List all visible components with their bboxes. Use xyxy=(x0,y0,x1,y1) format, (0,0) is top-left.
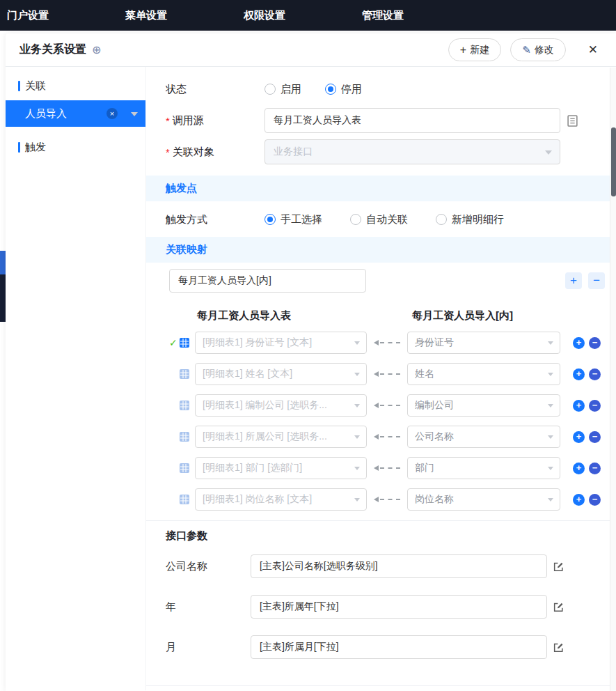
mapping-target-select[interactable]: 岗位名称 xyxy=(407,488,560,511)
tab-permission-settings[interactable]: 权限设置 xyxy=(244,9,285,22)
remove-row-button[interactable]: − xyxy=(589,431,601,443)
add-mapping-group-button[interactable]: + xyxy=(565,272,582,289)
section-title: 关联映射 xyxy=(166,243,207,256)
check-icon: ✓ xyxy=(169,337,180,348)
param-label: 月 xyxy=(166,641,251,654)
mapping-source-select[interactable]: [明细表1] 身份证号 [文本] xyxy=(195,332,367,354)
add-row-button[interactable]: + xyxy=(573,431,585,443)
radio-disable[interactable]: 停用 xyxy=(325,83,362,96)
modify-button-label: 修改 xyxy=(535,44,554,56)
mapping-source-select[interactable]: [明细表1] 编制公司 [选职务... xyxy=(195,394,367,417)
new-button[interactable]: + 新建 xyxy=(448,38,501,61)
remove-row-button[interactable]: − xyxy=(589,494,601,506)
mapping-target-value: 岗位名称 xyxy=(415,493,454,506)
mapping-row: [明细表1] 部门 [选部门] 部门 + − xyxy=(146,457,616,479)
remove-row-button[interactable]: − xyxy=(589,337,601,349)
table-field-icon xyxy=(180,463,189,473)
table-field-icon xyxy=(180,432,189,442)
mapping-row: [明细表1] 编制公司 [选职务... 编制公司 + − xyxy=(146,394,616,417)
remove-mapping-group-button[interactable]: − xyxy=(588,272,605,289)
panel-header: 业务关系设置 ⊕ + 新建 ✎ 修改 ✕ xyxy=(6,33,616,67)
param-input[interactable]: [主表]所属月[下拉] xyxy=(251,635,547,659)
section-title: 触发点 xyxy=(166,182,197,195)
map-arrow-icon xyxy=(374,371,400,377)
trigger-point-section-header: 触发点 xyxy=(146,176,616,201)
param-value: [主表]所属年[下拉] xyxy=(260,600,339,613)
radio-manual-select[interactable]: 手工选择 xyxy=(264,213,322,226)
param-input[interactable]: [主表]公司名称[选职务级别] xyxy=(251,554,547,578)
radio-label: 新增明细行 xyxy=(452,213,504,226)
panel-body: 关联 人员导入 × 触发 状态 启用 停用 xyxy=(6,67,616,690)
mapping-group-input[interactable]: 每月工资人员导入[内] xyxy=(169,269,366,293)
link-icon[interactable]: ⊕ xyxy=(92,43,101,56)
mapping-source-value: [明细表1] 姓名 [文本] xyxy=(203,368,292,380)
edit-icon[interactable] xyxy=(553,601,564,613)
mapping-source-select[interactable]: [明细表1] 所属公司 [选职务... xyxy=(195,426,367,448)
mapping-target-select[interactable]: 部门 xyxy=(407,457,560,479)
trigger-mode-row: 触发方式 手工选择 自动关联 新增明细行 xyxy=(146,208,616,231)
map-arrow-icon xyxy=(374,434,400,440)
source-row: * 调用源 每月工资人员导入表 xyxy=(146,108,616,133)
add-row-button[interactable]: + xyxy=(573,463,585,474)
radio-new-detail-row[interactable]: 新增明细行 xyxy=(436,213,504,226)
mapping-source-select[interactable]: [明细表1] 姓名 [文本] xyxy=(195,363,367,385)
mapping-target-select[interactable]: 身份证号 xyxy=(407,332,560,354)
edit-icon[interactable] xyxy=(553,642,564,653)
target-label: * 关联对象 xyxy=(166,146,264,159)
mapping-source-select[interactable]: [明细表1] 岗位名称 [文本] xyxy=(195,488,367,511)
mapping-source-value: [明细表1] 岗位名称 [文本] xyxy=(203,493,312,506)
radio-auto-relate[interactable]: 自动关联 xyxy=(350,213,408,226)
mapping-row: ✓ [明细表1] 身份证号 [文本] 身份证号 + − xyxy=(146,332,616,354)
form-content: 状态 启用 停用 * 调用源 每月工资人员导入表 xyxy=(146,67,616,690)
pencil-icon: ✎ xyxy=(522,45,531,55)
sidebar: 关联 人员导入 × 触发 xyxy=(6,67,146,690)
radio-enable[interactable]: 启用 xyxy=(264,83,301,96)
modify-button[interactable]: ✎ 修改 xyxy=(510,38,566,61)
mapping-source-value: [明细表1] 编制公司 [选职务... xyxy=(203,399,327,412)
relation-mapping-section-header: 关联映射 xyxy=(146,237,616,263)
target-select[interactable]: 业务接口 xyxy=(264,139,560,164)
radio-icon xyxy=(325,84,336,95)
param-value: [主表]所属月[下拉] xyxy=(260,641,339,653)
table-field-icon xyxy=(180,369,189,379)
add-row-button[interactable]: + xyxy=(573,337,585,349)
mapping-source-select[interactable]: [明细表1] 部门 [选部门] xyxy=(195,457,367,479)
add-row-button[interactable]: + xyxy=(573,494,585,506)
param-label: 公司名称 xyxy=(166,560,251,573)
edit-icon[interactable] xyxy=(553,561,564,573)
mapping-target-select[interactable]: 姓名 xyxy=(407,363,560,385)
remove-row-button[interactable]: − xyxy=(589,463,601,474)
tab-portal-settings[interactable]: 门户设置 xyxy=(7,9,49,22)
mapping-target-select[interactable]: 编制公司 xyxy=(407,394,560,417)
sidebar-item-personnel-import[interactable]: 人员导入 × xyxy=(6,100,145,127)
target-value: 业务接口 xyxy=(274,146,313,158)
divider xyxy=(146,520,616,521)
scrollbar-track[interactable] xyxy=(610,68,616,691)
table-field-icon xyxy=(180,495,189,504)
document-picker-icon[interactable] xyxy=(567,115,578,127)
remove-row-button[interactable]: − xyxy=(589,400,601,412)
remove-row-button[interactable]: − xyxy=(589,368,601,380)
scrollbar-thumb[interactable] xyxy=(611,127,616,196)
sidebar-item-label: 人员导入 xyxy=(25,107,67,121)
mapping-target-select[interactable]: 公司名称 xyxy=(407,426,560,448)
remove-icon[interactable]: × xyxy=(106,108,118,119)
mapping-target-value: 身份证号 xyxy=(415,336,454,349)
radio-icon xyxy=(436,214,447,225)
top-nav: 门户设置 菜单设置 权限设置 管理设置 xyxy=(0,0,616,31)
interface-params-title: 接口参数 xyxy=(146,529,616,543)
mapping-group-value: 每月工资人员导入[内] xyxy=(178,274,271,287)
target-label-text: 关联对象 xyxy=(173,146,214,159)
sidebar-item-trigger[interactable]: 触发 xyxy=(6,137,145,157)
source-input[interactable]: 每月工资人员导入表 xyxy=(264,108,560,133)
param-input[interactable]: [主表]所属年[下拉] xyxy=(251,595,547,619)
add-row-button[interactable]: + xyxy=(573,400,585,412)
param-label: 年 xyxy=(166,600,251,614)
tab-menu-settings[interactable]: 菜单设置 xyxy=(125,9,167,22)
add-row-button[interactable]: + xyxy=(573,368,585,380)
sidebar-item-relation[interactable]: 关联 xyxy=(6,75,145,96)
close-icon[interactable]: ✕ xyxy=(588,42,598,57)
required-mark: * xyxy=(166,146,170,158)
tab-management-settings[interactable]: 管理设置 xyxy=(362,9,404,22)
divider xyxy=(146,685,616,686)
